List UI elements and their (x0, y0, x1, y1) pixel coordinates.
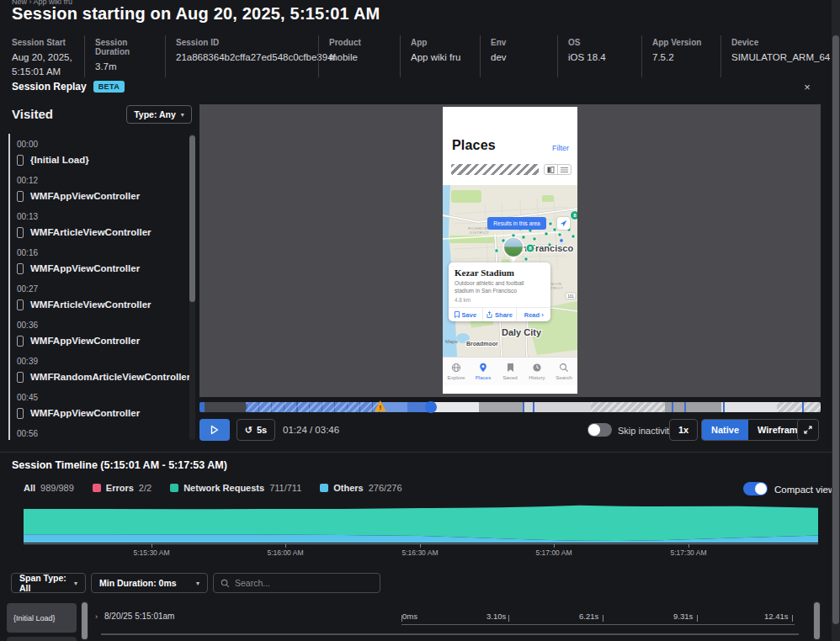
meta-session-start: Session Start Aug 20, 2025, 5:15:01 AM (12, 35, 84, 77)
mobile-icon (17, 372, 24, 383)
visited-item[interactable]: 00:00 {Initial Load} (17, 140, 195, 166)
meta-app-version: App Version 7.5.2 (641, 35, 720, 77)
network-swatch (170, 484, 178, 492)
share-icon (486, 311, 492, 318)
meta-session-duration: Session Duration 3.7m (84, 35, 165, 77)
ruler-label: 3.10s (486, 612, 506, 621)
ruler-label: 12.41s (764, 612, 789, 621)
session-replay-page: New › App wiki fru Session starting on A… (0, 0, 840, 641)
phone-view-toggle (544, 164, 572, 175)
map-label-daly-city: Daly City (502, 327, 542, 337)
playhead-handle[interactable] (425, 401, 437, 413)
type-filter-dropdown[interactable]: Type: Any ▾ (126, 105, 192, 124)
min-duration-dropdown[interactable]: Min Duration: 0ms ▾ (91, 573, 208, 593)
axis-tick-label: 5:16:00 AM (267, 548, 303, 557)
mobile-icon (17, 263, 24, 274)
axis-tick-label: 5:17:30 AM (670, 548, 706, 557)
map-label-richmond-2: DISTRICT (470, 230, 489, 235)
visited-item[interactable]: 00:56 (17, 429, 195, 438)
tab-places: Places (470, 358, 497, 385)
meta-session-id: Session ID 21a868364b2cffa27ed548c0cfbe3… (165, 35, 318, 77)
meta-app: App App wiki fru (400, 35, 480, 77)
visited-item[interactable]: 00:13 WMFArticleViewController (17, 212, 195, 238)
playback-speed-button[interactable]: 1x (669, 419, 698, 441)
session-meta-strip: Session Start Aug 20, 2025, 5:15:01 AM S… (12, 35, 823, 77)
poi-card-title: Kezar Stadium (455, 268, 545, 278)
map-view-icon (545, 165, 557, 174)
chevron-right-icon[interactable]: › (95, 612, 98, 621)
ruler-label: 6.21s (579, 612, 598, 621)
search-icon (221, 579, 230, 588)
legend-others[interactable]: Others 276/276 (320, 483, 401, 493)
read-button: Read › (516, 308, 550, 321)
visited-heading: Visited (12, 107, 53, 121)
clock-icon (532, 363, 542, 373)
tab-explore: Explore (443, 358, 470, 385)
skip-inactivity-toggle[interactable] (587, 423, 612, 437)
span-panel-scrollbar[interactable] (813, 601, 821, 641)
poi-marker-blue (560, 239, 564, 243)
span-list-scrollbar[interactable] (81, 601, 88, 641)
visited-item[interactable]: 00:39 WMFRandomArticleViewController (17, 357, 195, 383)
play-icon (210, 425, 219, 435)
bookmark-icon (506, 363, 515, 373)
meta-device: Device SIMULATOR_ARM_64 (720, 35, 834, 77)
session-replay-label: Session Replay (12, 81, 87, 93)
mobile-icon (17, 336, 24, 347)
tab-history: History (524, 358, 550, 385)
phone-places-title: Places (452, 138, 496, 153)
legend-network-requests[interactable]: Network Requests 711/711 (170, 483, 301, 493)
meta-os: OS iOS 18.4 (557, 35, 641, 77)
chevron-down-icon: ▾ (181, 111, 184, 119)
replayed-phone-screen: Places Filter (443, 107, 577, 394)
rewind-icon: ↺ (245, 425, 253, 436)
visited-item[interactable]: 00:27 WMFArticleViewController (17, 284, 195, 310)
route-shield-101-b: 101 (566, 293, 576, 299)
phone-redacted-search-bar (451, 164, 539, 175)
share-button: Share (482, 308, 517, 321)
legend-errors[interactable]: Errors 2/2 (93, 483, 152, 493)
cluster-badge: 8 (526, 244, 534, 252)
axis-tick-label: 5:16:30 AM (401, 548, 438, 557)
list-view-icon (557, 165, 571, 174)
map-pin-icon (478, 363, 488, 373)
page-title: Session starting on Aug 20, 2025, 5:15:0… (12, 4, 380, 24)
visited-item[interactable]: 00:45 WMFAppViewController (17, 393, 195, 419)
span-row-bar (101, 633, 799, 635)
mobile-icon (17, 408, 24, 419)
poi-card: Kezar Stadium Outdoor athletic and footb… (449, 262, 550, 321)
page-scrollbar[interactable] (832, 0, 840, 641)
mobile-icon (17, 191, 24, 202)
mobile-icon (17, 155, 24, 166)
save-button: Save (449, 308, 482, 321)
play-button[interactable] (199, 419, 230, 441)
svg-text:101: 101 (567, 294, 574, 299)
visited-list: 00:00 {Initial Load} 00:12 WMFAppViewCon… (7, 132, 195, 442)
mode-native-button[interactable]: Native (702, 420, 748, 440)
search-input[interactable] (235, 578, 361, 588)
time-ruler (401, 624, 795, 625)
render-mode-switch: Native Wireframe (701, 419, 813, 441)
visited-item[interactable]: 00:16 WMFAppViewController (17, 248, 195, 274)
compact-view-toggle[interactable] (743, 482, 768, 495)
span-row-next[interactable] (7, 637, 77, 641)
replay-scrubber[interactable]: ! (199, 402, 821, 412)
axis-tick-label: 5:15:30 AM (133, 548, 169, 557)
span-search (213, 573, 380, 593)
span-row-initial-load[interactable]: {Initial Load} (7, 603, 77, 633)
fullscreen-button[interactable] (797, 419, 819, 441)
legend-all[interactable]: All 989/989 (24, 483, 74, 493)
errors-swatch (93, 484, 101, 492)
rewind-5s-button[interactable]: ↺ 5s (237, 419, 275, 441)
ruler-label: 0ms (402, 612, 417, 621)
others-swatch (320, 484, 328, 492)
visited-scrollbar[interactable] (189, 134, 195, 440)
visited-rail (8, 134, 10, 440)
mobile-icon (17, 299, 24, 310)
visited-item[interactable]: 00:36 WMFAppViewController (17, 320, 195, 347)
close-icon[interactable]: × (800, 80, 815, 95)
span-type-dropdown[interactable]: Span Type: All ▾ (11, 573, 86, 593)
search-icon (559, 363, 569, 373)
visited-item[interactable]: 00:12 WMFAppViewController (17, 176, 195, 202)
scrubber-inactivity-segment (591, 402, 666, 412)
